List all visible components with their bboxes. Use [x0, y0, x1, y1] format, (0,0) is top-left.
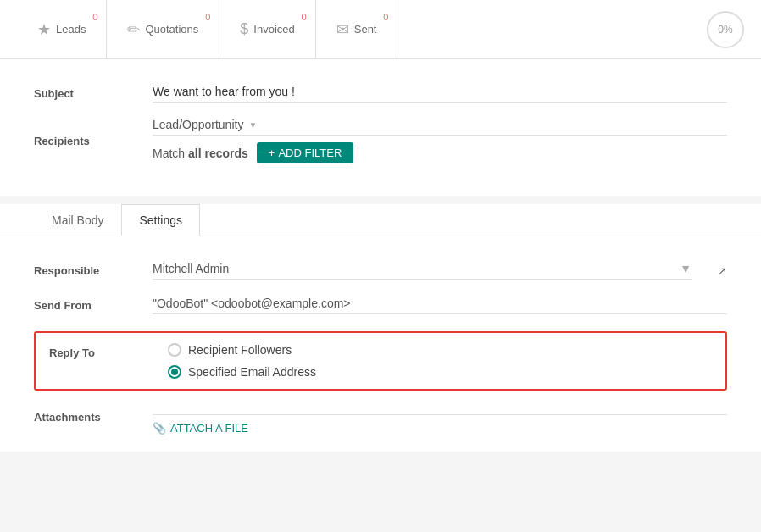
- responsible-value-container: Mitchell Admin ▼: [153, 262, 692, 280]
- radio-option-recipient-followers[interactable]: Recipient Followers: [168, 343, 316, 357]
- leads-count: 0: [92, 12, 97, 22]
- invoiced-count: 0: [302, 12, 307, 22]
- reply-to-label: Reply To: [49, 343, 142, 359]
- responsible-row: Responsible Mitchell Admin ▼ ↗: [34, 262, 727, 280]
- attach-separator: [153, 407, 727, 415]
- settings-panel: Responsible Mitchell Admin ▼ ↗ Send From…: [0, 236, 761, 452]
- quotations-label: Quotations: [145, 23, 198, 36]
- radio-label-recipient-followers: Recipient Followers: [188, 343, 292, 357]
- subject-row: Subject We want to hear from you !: [34, 85, 727, 103]
- tab-leads[interactable]: ★ 0 Leads: [17, 0, 107, 58]
- invoiced-label: Invoiced: [253, 23, 294, 36]
- recipients-row: Recipients Lead/Opportunity ▼ Match all …: [34, 118, 727, 163]
- reply-to-row: Reply To Recipient Followers Specified E…: [34, 331, 727, 391]
- tab-settings[interactable]: Settings: [121, 204, 200, 236]
- recipients-dropdown[interactable]: Lead/Opportunity ▼: [153, 118, 727, 136]
- radio-circle-recipient-followers: [168, 343, 181, 357]
- tab-sent[interactable]: ✉ 0 Sent: [316, 0, 398, 58]
- radio-label-specified-email: Specified Email Address: [188, 365, 316, 379]
- star-icon: ★: [37, 20, 51, 39]
- sent-label: Sent: [354, 23, 377, 36]
- send-from-row: Send From "OdooBot" <odoobot@example.com…: [34, 296, 727, 314]
- leads-label: Leads: [56, 23, 86, 36]
- attach-btn-label: ATTACH A FILE: [170, 422, 248, 435]
- tabs-bar: Mail Body Settings: [0, 204, 761, 236]
- form-section: Subject We want to hear from you ! Recip…: [0, 59, 761, 196]
- responsible-value: Mitchell Admin: [153, 262, 229, 275]
- top-navigation-bar: ★ 0 Leads ✏ 0 Quotations $ 0 Invoiced ✉ …: [0, 0, 761, 59]
- add-filter-label: ADD FILTER: [278, 147, 342, 159]
- responsible-dropdown-arrow-icon: ▼: [680, 262, 692, 275]
- send-from-value: "OdooBot" <odoobot@example.com>: [153, 296, 351, 310]
- attachments-content: 📎 ATTACH A FILE: [153, 407, 727, 435]
- recipients-label: Recipients: [34, 135, 127, 147]
- tab-quotations[interactable]: ✏ 0 Quotations: [107, 0, 219, 58]
- dollar-icon: $: [240, 20, 248, 38]
- add-filter-icon: +: [269, 147, 275, 159]
- send-from-value-container: "OdooBot" <odoobot@example.com>: [153, 296, 727, 314]
- match-row: Match all records + ADD FILTER: [153, 142, 727, 163]
- quotations-count: 0: [205, 12, 210, 22]
- dropdown-arrow-icon: ▼: [248, 120, 257, 130]
- responsible-label: Responsible: [34, 264, 127, 277]
- attach-file-button[interactable]: 📎 ATTACH A FILE: [153, 422, 248, 435]
- tab-mail-body[interactable]: Mail Body: [34, 204, 121, 236]
- external-link-icon[interactable]: ↗: [717, 264, 727, 278]
- subject-value: We want to hear from you !: [153, 85, 727, 103]
- send-from-label: Send From: [34, 299, 127, 312]
- radio-circle-specified-email: [168, 365, 181, 379]
- percent-indicator: 0%: [707, 11, 744, 48]
- attachments-row: Attachments 📎 ATTACH A FILE: [34, 407, 727, 435]
- reply-to-radio-group: Recipient Followers Specified Email Addr…: [168, 343, 316, 379]
- paperclip-icon: 📎: [153, 422, 166, 435]
- envelope-icon: ✉: [336, 20, 349, 39]
- pencil-icon: ✏: [127, 20, 140, 39]
- attachments-label: Attachments: [34, 407, 127, 424]
- tab-invoiced[interactable]: $ 0 Invoiced: [219, 0, 315, 58]
- recipients-value: Lead/Opportunity: [153, 118, 243, 131]
- add-filter-button[interactable]: + ADD FILTER: [257, 142, 353, 163]
- recipients-block: Lead/Opportunity ▼ Match all records + A…: [153, 118, 727, 163]
- subject-label: Subject: [34, 87, 127, 100]
- match-text: Match all records: [153, 147, 248, 160]
- radio-option-specified-email[interactable]: Specified Email Address: [168, 365, 316, 379]
- sent-count: 0: [383, 12, 388, 22]
